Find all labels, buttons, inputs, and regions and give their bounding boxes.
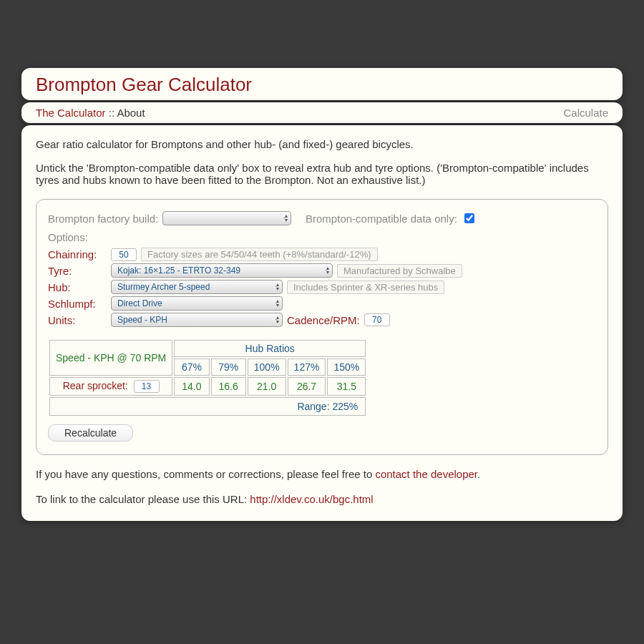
ratio-cell: 150% [327, 358, 366, 376]
schlumpf-label: Schlumpf: [48, 298, 107, 310]
rear-sprocket-row: Rear sprocket: [49, 377, 172, 396]
speed-cell: 21.0 [248, 377, 286, 396]
speed-cell: 14.0 [174, 377, 209, 396]
units-label: Units: [48, 314, 107, 326]
cadence-label: Cadence/RPM: [287, 314, 360, 326]
chainring-desc: Factory sizes are 54/50/44 teeth (+8%/st… [141, 248, 378, 261]
nav-calculate-link[interactable]: Calculate [563, 107, 608, 119]
hub-label: Hub: [48, 281, 107, 293]
build-select[interactable] [162, 211, 291, 225]
rear-sprocket-input[interactable] [134, 380, 160, 393]
title-bar: Brompton Gear Calculator [21, 68, 623, 100]
units-select[interactable]: Speed - KPH [111, 313, 283, 327]
hubratios-header: Hub Ratios [174, 340, 366, 357]
compat-checkbox[interactable] [464, 213, 474, 223]
nav-separator: :: [106, 107, 117, 119]
tyre-label: Tyre: [48, 265, 107, 277]
nav-about-link[interactable]: About [117, 107, 145, 119]
nav-bar: The Calculator :: About Calculate [21, 102, 623, 123]
options-header: Options: [48, 231, 596, 243]
intro-text-2: Untick the 'Brompton-compatible data onl… [36, 162, 608, 186]
calculator-url-link[interactable]: http://xldev.co.uk/bgc.html [250, 493, 373, 505]
cadence-input[interactable] [364, 313, 390, 326]
results-table: Speed - KPH @ 70 RPM Hub Ratios 67% 79% … [48, 338, 367, 417]
ratio-cell: 100% [248, 358, 286, 376]
recalculate-button[interactable]: Recalculate [48, 424, 133, 441]
intro-text-1: Gear ratio calculator for Bromptons and … [36, 138, 608, 150]
chainring-label: Chainring: [48, 248, 107, 260]
schlumpf-select[interactable]: Direct Drive [111, 296, 283, 311]
rear-sprocket-label: Rear sprocket: [63, 380, 128, 391]
speed-cell: 31.5 [327, 377, 366, 396]
ratio-cell: 67% [174, 358, 209, 376]
tyre-desc: Manufactured by Schwalbe [337, 264, 462, 278]
nav-calculator-link[interactable]: The Calculator [36, 107, 106, 119]
footer-link: To link to the calculator please use thi… [36, 493, 608, 505]
range-cell: Range: 225% [49, 397, 366, 416]
speed-cell: 26.7 [288, 377, 326, 396]
speed-cell: 16.6 [211, 377, 246, 396]
compat-label: Brompton-compatible data only: [306, 213, 457, 225]
footer-contact: If you have any questions, comments or c… [36, 468, 608, 480]
results-area: Speed - KPH @ 70 RPM Hub Ratios 67% 79% … [48, 338, 596, 441]
hub-select[interactable]: Sturmey Archer 5-speed [111, 280, 283, 294]
chainring-input[interactable] [111, 248, 137, 261]
ratio-cell: 127% [288, 358, 326, 376]
build-label: Brompton factory build: [48, 213, 158, 225]
ratio-cell: 79% [211, 358, 246, 376]
options-fieldset: Brompton factory build: ▴▾ Brompton-comp… [36, 199, 608, 455]
hub-desc: Includes Sprinter & XR-series hubs [287, 280, 444, 294]
tyre-select[interactable]: Kojak: 16×1.25 - ETRTO 32-349 [111, 263, 333, 278]
page-title: Brompton Gear Calculator [36, 74, 608, 96]
results-header: Speed - KPH @ 70 RPM [49, 340, 172, 376]
main-content: Gear ratio calculator for Bromptons and … [21, 125, 623, 521]
contact-developer-link[interactable]: contact the developer [375, 468, 477, 480]
